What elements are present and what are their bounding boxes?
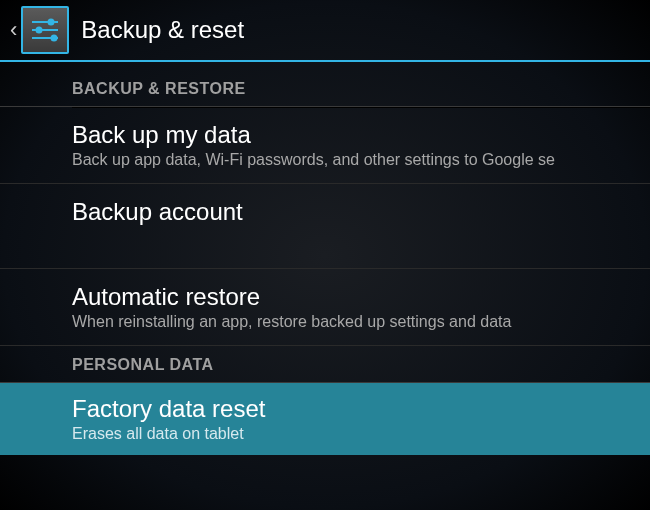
- svg-point-3: [36, 27, 43, 34]
- item-backup-my-data[interactable]: Back up my data Back up app data, Wi-Fi …: [0, 107, 650, 184]
- settings-icon[interactable]: [21, 6, 69, 54]
- section-header-backup-restore: BACKUP & RESTORE: [0, 70, 650, 107]
- item-title: Back up my data: [72, 121, 650, 149]
- item-backup-account[interactable]: Backup account: [0, 184, 650, 269]
- item-subtitle: Back up app data, Wi-Fi passwords, and o…: [72, 151, 650, 169]
- app-header: ‹ Backup & reset: [0, 0, 650, 62]
- page-title: Backup & reset: [81, 16, 244, 44]
- item-automatic-restore[interactable]: Automatic restore When reinstalling an a…: [0, 269, 650, 346]
- svg-point-1: [48, 19, 55, 26]
- item-title: Factory data reset: [72, 395, 650, 423]
- back-caret-icon[interactable]: ‹: [8, 17, 19, 43]
- item-subtitle: When reinstalling an app, restore backed…: [72, 313, 650, 331]
- item-factory-data-reset[interactable]: Factory data reset Erases all data on ta…: [0, 383, 650, 455]
- item-subtitle: Erases all data on tablet: [72, 425, 650, 443]
- item-title: Automatic restore: [72, 283, 650, 311]
- settings-list: BACKUP & RESTORE Back up my data Back up…: [0, 62, 650, 455]
- svg-point-5: [51, 35, 58, 42]
- item-title: Backup account: [72, 198, 650, 226]
- section-header-personal-data: PERSONAL DATA: [0, 346, 650, 383]
